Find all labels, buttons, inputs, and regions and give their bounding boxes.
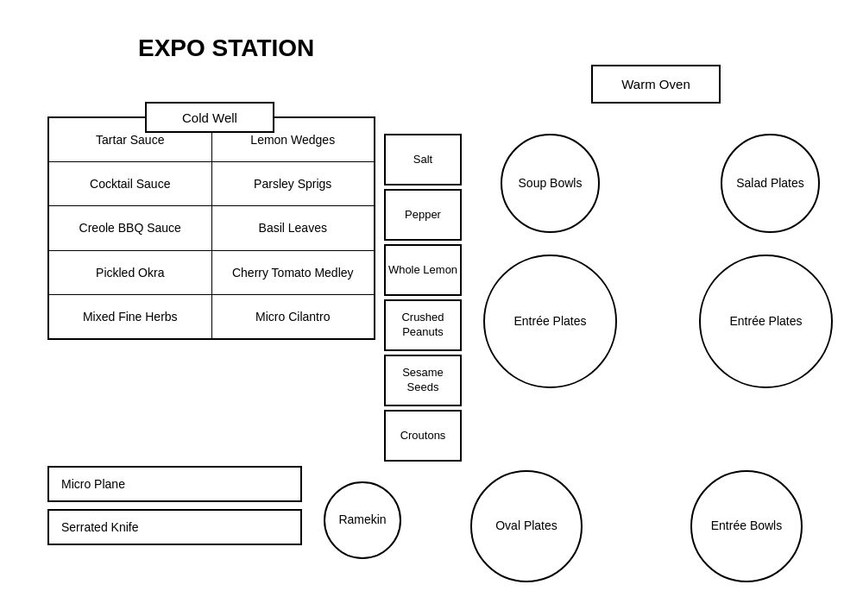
grid-cell: Pickled Okra xyxy=(49,251,212,294)
spice-column: SaltPepperWhole LemonCrushed PeanutsSesa… xyxy=(384,134,462,465)
circle-2: Entrée Plates xyxy=(483,255,617,388)
grid-row: Mixed Fine HerbsMicro Cilantro xyxy=(49,295,374,338)
circle-6: Entrée Bowls xyxy=(690,470,803,582)
spice-box: Sesame Seeds xyxy=(384,355,462,406)
circle-0: Soup Bowls xyxy=(501,134,600,233)
circle-1: Salad Plates xyxy=(721,134,820,233)
grid-cell: Cocktail Sauce xyxy=(49,162,212,205)
page-title: EXPO STATION xyxy=(138,35,314,62)
grid-cell: Cherry Tomato Medley xyxy=(212,251,375,294)
grid-row: Creole BBQ SauceBasil Leaves xyxy=(49,206,374,250)
grid-row: Pickled OkraCherry Tomato Medley xyxy=(49,251,374,295)
spice-box: Croutons xyxy=(384,410,462,462)
circle-5: Oval Plates xyxy=(470,470,583,582)
circle-4: Ramekin xyxy=(324,481,401,559)
warm-oven-box: Warm Oven xyxy=(591,65,721,104)
cold-well-grid: Tartar SauceLemon WedgesCocktail SaucePa… xyxy=(47,116,375,340)
grid-cell: Creole BBQ Sauce xyxy=(49,206,212,249)
serrated-knife-box: Serrated Knife xyxy=(47,509,302,545)
grid-cell: Parsley Sprigs xyxy=(212,162,375,205)
circle-3: Entrée Plates xyxy=(699,255,833,388)
micro-plane-box: Micro Plane xyxy=(47,466,302,502)
spice-box: Crushed Peanuts xyxy=(384,299,462,351)
grid-cell: Micro Cilantro xyxy=(212,295,375,338)
cold-well-label: Cold Well xyxy=(145,102,274,133)
spice-box: Salt xyxy=(384,134,462,185)
spice-box: Whole Lemon xyxy=(384,244,462,296)
grid-cell: Basil Leaves xyxy=(212,206,375,249)
spice-box: Pepper xyxy=(384,189,462,241)
grid-row: Cocktail SauceParsley Sprigs xyxy=(49,162,374,206)
grid-cell: Mixed Fine Herbs xyxy=(49,295,212,338)
